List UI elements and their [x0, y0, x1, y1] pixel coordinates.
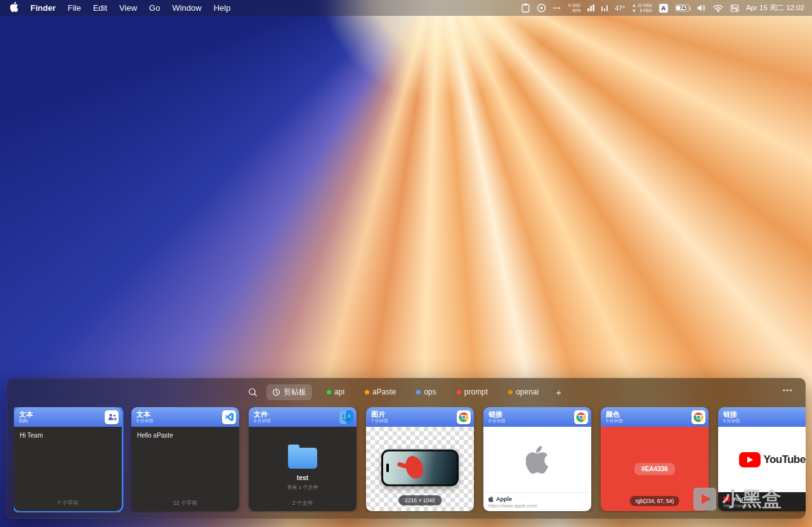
card-body: test 另有 1 个文件 2 个文件 [249, 427, 357, 511]
panel-more-button[interactable]: ••• [783, 386, 793, 394]
tag-dot-blue [416, 390, 421, 394]
folder-icon [288, 448, 317, 469]
card-time-label: 5 分钟前 [136, 419, 154, 424]
tab-apaste[interactable]: aPaste [359, 385, 402, 399]
site-title-text: YouTube [733, 496, 756, 502]
search-icon[interactable] [248, 387, 258, 397]
network-speed-widget[interactable]: 22 KB/s 8 KB/s [632, 3, 652, 13]
card-header: 文本 5 分钟前 [131, 407, 239, 427]
input-source-switcher[interactable]: A [659, 4, 668, 13]
hex-value-pill: #EA4336 [634, 463, 675, 475]
panel-header: 剪贴板 api aPaste ops prompt openai [6, 378, 806, 406]
card-header: 链接 9 分钟前 [718, 407, 806, 427]
card-image-chrome[interactable]: 图片 7 分钟前 2216 × 1040 [366, 407, 474, 511]
card-time-label: 7 分钟前 [371, 419, 388, 424]
site-url-text: https://www. [723, 503, 806, 509]
apple-logo [526, 446, 549, 474]
card-time-label: 8 分钟前 [488, 419, 506, 424]
menu-window[interactable]: Window [172, 3, 201, 13]
tag-dot-amber [508, 390, 513, 394]
card-header: 文件 6 分钟前 [249, 407, 357, 427]
tab-ops[interactable]: ops [410, 385, 442, 399]
card-type-label: 文本 [136, 410, 154, 419]
chrome-icon [457, 410, 471, 424]
youtube-favicon [723, 497, 730, 502]
card-text-teams[interactable]: 文本 刚刚 Hi Team 7 个字符 [14, 407, 122, 511]
tab-prompt[interactable]: prompt [451, 385, 494, 399]
tab-clipboard[interactable]: 剪贴板 [266, 384, 312, 400]
menu-go[interactable]: Go [149, 3, 160, 13]
menu-view[interactable]: View [119, 3, 137, 13]
tag-dot-orange [365, 390, 369, 394]
card-link-youtube[interactable]: 链接 9 分钟前 YouTube YouTub [718, 407, 806, 511]
add-tag-button[interactable]: + [553, 387, 564, 398]
updown-arrows-icon [632, 4, 636, 12]
card-body: Hi Team 7 个字符 [14, 427, 122, 511]
site-footer: Apple https://www.apple.com/ [483, 492, 591, 511]
iphone-screen [383, 451, 457, 484]
youtube-logo: YouTube [739, 452, 806, 467]
card-header: 文本 刚刚 [14, 407, 122, 427]
char-count: 12 个字符 [131, 500, 239, 507]
menu-bar-status: ••• S SSD 90% 47° 22 KB/s 8 KB/s A 74 [521, 3, 804, 13]
site-url-text: https://www.apple.com/ [488, 503, 586, 509]
control-center-icon[interactable] [730, 4, 739, 13]
vscode-icon [222, 410, 236, 424]
card-time-label: 刚刚 [19, 419, 33, 424]
rgb-value-pill: rgb(234, 67, 54) [630, 496, 679, 506]
card-header: 颜色 9 分钟前 [601, 407, 709, 427]
clipboard-cards-row: 文本 刚刚 Hi Team 7 个字符 文本 5 分钟前 [14, 407, 806, 512]
circle-status-icon[interactable] [537, 3, 546, 13]
card-type-label: 颜色 [606, 410, 623, 419]
volume-icon[interactable] [697, 4, 706, 12]
card-color-chrome[interactable]: 颜色 9 分钟前 #EA4336 rgb(234, 67, 54) [601, 407, 709, 511]
site-preview: YouTube [718, 427, 806, 492]
clip-text: Hi Team [14, 427, 122, 444]
clipboard-status-icon[interactable] [521, 3, 530, 13]
site-preview [483, 427, 591, 492]
menu-file[interactable]: File [68, 3, 81, 13]
card-type-label: 链接 [723, 410, 740, 419]
iphone-image [381, 449, 459, 486]
apple-menu-icon[interactable] [10, 2, 18, 14]
card-type-label: 图片 [371, 410, 388, 419]
card-time-label: 9 分钟前 [723, 419, 740, 424]
card-text-vscode[interactable]: 文本 5 分钟前 Hello aPaste 12 个字符 [131, 407, 239, 511]
char-count: 7 个字符 [14, 500, 122, 507]
red-figure [404, 454, 425, 480]
cpu-meter-icon[interactable] [587, 4, 594, 11]
chrome-icon [574, 410, 588, 424]
wifi-icon[interactable] [713, 4, 723, 12]
card-files-finder[interactable]: 文件 6 分钟前 test 另有 1 个文件 2 个文件 [249, 407, 357, 511]
card-type-label: 链接 [488, 410, 506, 419]
tab-api[interactable]: api [321, 385, 350, 399]
site-title-text: Apple [496, 496, 512, 502]
menu-help[interactable]: Help [214, 3, 231, 13]
more-status-icon[interactable]: ••• [553, 5, 561, 11]
tag-dot-green [327, 390, 331, 394]
clip-text: Hello aPaste [131, 427, 239, 444]
site-footer: YouTube https://www. [718, 492, 806, 511]
card-header: 链接 8 分钟前 [483, 407, 591, 427]
desktop: Finder File Edit View Go Window Help •••… [0, 0, 812, 527]
camera-island [386, 463, 389, 472]
tag-dot-red [457, 390, 461, 394]
card-link-apple[interactable]: 链接 8 分钟前 Apple https://www.apple.com/ [483, 407, 591, 511]
finder-icon [339, 410, 353, 424]
youtube-logo-text: YouTube [764, 453, 806, 466]
disk-usage-widget[interactable]: S SSD 90% [568, 3, 581, 13]
memory-meter-icon[interactable] [601, 4, 608, 11]
battery-indicator[interactable]: 74 [675, 4, 690, 11]
menu-app-name[interactable]: Finder [30, 3, 56, 13]
tab-openai[interactable]: openai [502, 385, 544, 399]
card-time-label: 9 分钟前 [606, 419, 623, 424]
temperature-widget[interactable]: 47° [615, 4, 625, 12]
chrome-icon [691, 410, 705, 424]
color-swatch: #EA4336 rgb(234, 67, 54) [601, 427, 709, 511]
youtube-play-icon [739, 452, 761, 467]
apple-favicon [488, 496, 494, 502]
menu-clock[interactable]: Apr 15 周二 12:02 [746, 3, 804, 13]
card-body: Hello aPaste 12 个字符 [131, 427, 239, 511]
card-type-label: 文本 [19, 410, 33, 419]
menu-edit[interactable]: Edit [93, 3, 107, 13]
